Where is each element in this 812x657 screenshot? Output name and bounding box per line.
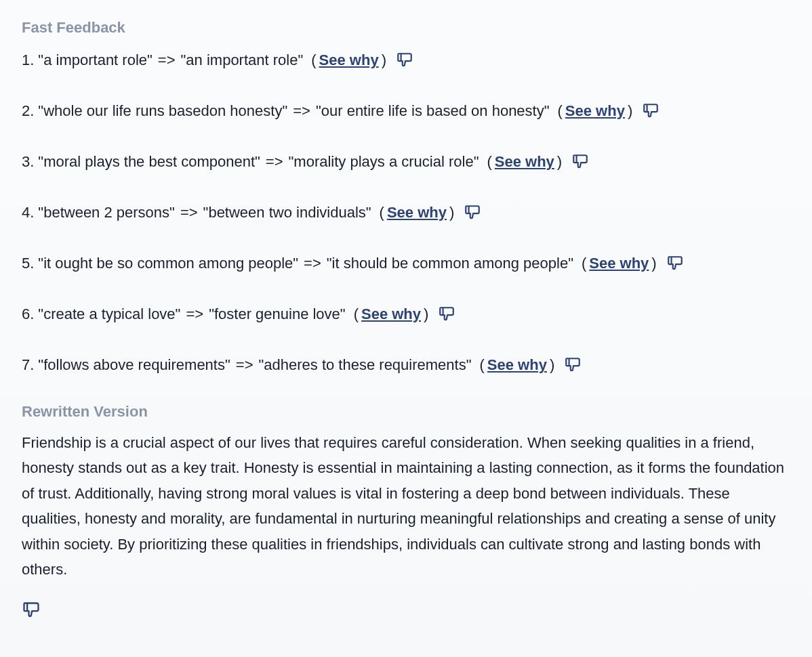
see-why-link[interactable]: See why xyxy=(361,303,421,325)
corrected-text: "between two individuals" xyxy=(203,201,371,224)
item-number: 2. xyxy=(22,100,34,122)
see-why-link[interactable]: See why xyxy=(565,100,625,122)
thumbs-down-icon[interactable] xyxy=(571,153,589,171)
fast-feedback-heading: Fast Feedback xyxy=(22,19,790,37)
thumbs-down-icon[interactable] xyxy=(666,255,684,272)
feedback-item: 3. "moral plays the best component" => "… xyxy=(22,150,790,173)
paren-close: ) xyxy=(382,49,386,71)
item-number: 5. xyxy=(22,252,34,274)
paren-open: ( xyxy=(380,201,384,224)
arrow: => xyxy=(158,49,176,71)
arrow: => xyxy=(186,303,203,325)
arrow: => xyxy=(236,354,253,376)
see-why-link[interactable]: See why xyxy=(589,252,649,274)
original-text: "moral plays the best component" xyxy=(38,150,260,173)
see-why-link[interactable]: See why xyxy=(319,49,379,71)
feedback-item: 4. "between 2 persons" => "between two i… xyxy=(22,201,790,224)
corrected-text: "morality plays a crucial role" xyxy=(289,150,479,173)
arrow: => xyxy=(266,150,283,173)
corrected-text: "adheres to these requirements" xyxy=(258,354,471,376)
feedback-item: 2. "whole our life runs basedon honesty"… xyxy=(22,100,790,122)
thumbs-down-icon[interactable] xyxy=(464,204,481,221)
original-text: "it ought be so common among people" xyxy=(38,252,298,274)
corrected-text: "our entire life is based on honesty" xyxy=(316,100,550,122)
paren-open: ( xyxy=(311,49,316,71)
rewritten-heading: Rewritten Version xyxy=(22,403,790,421)
corrected-text: "it should be common among people" xyxy=(327,252,573,274)
see-why-link[interactable]: See why xyxy=(495,150,554,173)
paren-close: ) xyxy=(449,201,454,224)
see-why-link[interactable]: See why xyxy=(487,354,547,376)
thumbs-down-icon[interactable] xyxy=(642,102,659,120)
original-text: "a important role" xyxy=(38,49,152,71)
original-text: "whole our life runs basedon honesty" xyxy=(38,100,287,122)
thumbs-down-icon[interactable] xyxy=(564,356,582,374)
thumbs-down-icon[interactable] xyxy=(438,305,455,323)
item-number: 1. xyxy=(22,49,34,71)
item-number: 3. xyxy=(22,150,34,173)
corrected-text: "foster genuine love" xyxy=(209,303,346,325)
paren-open: ( xyxy=(582,252,586,274)
paren-close: ) xyxy=(628,100,632,122)
original-text: "create a typical love" xyxy=(38,303,180,325)
feedback-item: 1. "a important role" => "an important r… xyxy=(22,49,790,71)
feedback-item: 6. "create a typical love" => "foster ge… xyxy=(22,303,790,325)
thumbs-down-icon[interactable] xyxy=(396,51,413,69)
arrow: => xyxy=(293,100,310,122)
paren-close: ) xyxy=(550,354,554,376)
see-why-link[interactable]: See why xyxy=(387,201,447,224)
original-text: "between 2 persons" xyxy=(38,201,175,224)
original-text: "follows above requirements" xyxy=(38,354,230,376)
item-number: 7. xyxy=(22,354,34,376)
item-number: 4. xyxy=(22,201,34,224)
item-number: 6. xyxy=(22,303,34,325)
paren-open: ( xyxy=(354,303,359,325)
feedback-item: 5. "it ought be so common among people" … xyxy=(22,252,790,274)
feedback-list: 1. "a important role" => "an important r… xyxy=(22,49,790,376)
paren-close: ) xyxy=(651,252,656,274)
rewritten-text: Friendship is a crucial aspect of our li… xyxy=(22,430,788,582)
arrow: => xyxy=(180,201,198,224)
feedback-item: 7. "follows above requirements" => "adhe… xyxy=(22,354,790,376)
corrected-text: "an important role" xyxy=(181,49,304,71)
paren-open: ( xyxy=(480,354,485,376)
paren-open: ( xyxy=(487,150,491,173)
thumbs-down-icon[interactable] xyxy=(22,601,41,620)
paren-close: ) xyxy=(557,150,562,173)
paren-open: ( xyxy=(558,100,563,122)
paren-close: ) xyxy=(424,303,428,325)
arrow: => xyxy=(304,252,321,274)
